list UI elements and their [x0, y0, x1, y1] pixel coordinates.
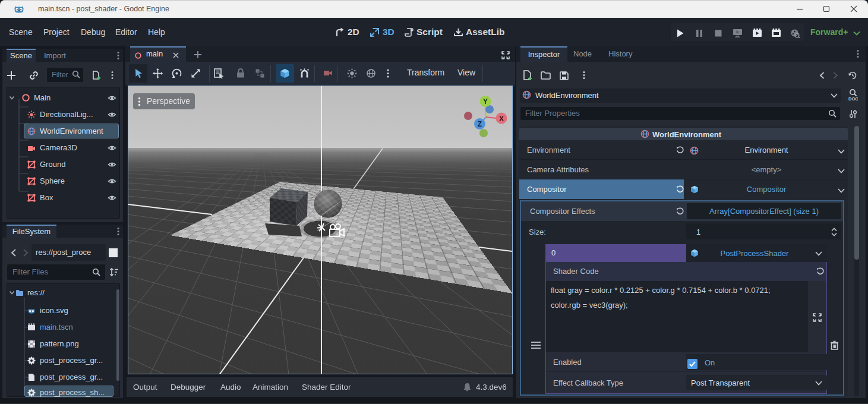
svg-text:DOC: DOC [848, 96, 858, 101]
svg-text:Y: Y [483, 97, 488, 106]
svg-text:Z: Z [478, 120, 482, 128]
svg-text:X: X [499, 115, 504, 123]
